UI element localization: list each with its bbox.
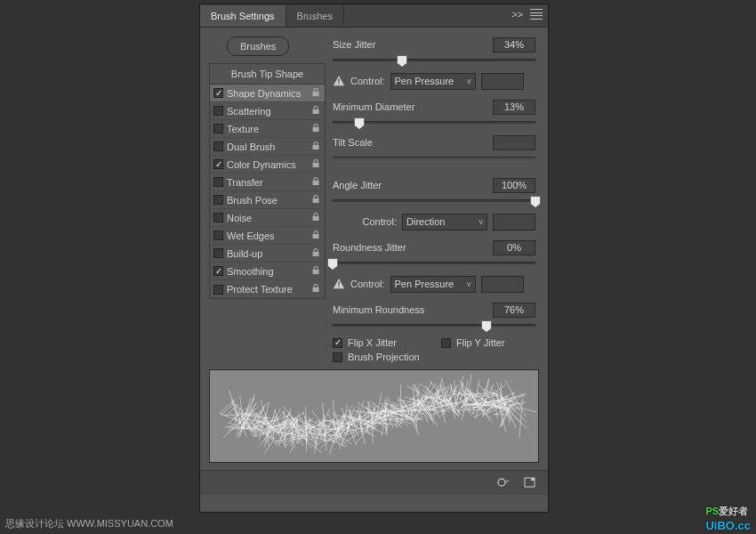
- option-label: Color Dynamics: [227, 159, 307, 170]
- brush-projection-checkbox[interactable]: Brush Projection: [333, 352, 535, 362]
- checkbox-icon: [333, 352, 342, 362]
- brush-tip-shape-header[interactable]: Brush Tip Shape: [210, 64, 325, 85]
- svg-rect-7: [313, 216, 319, 221]
- panel-tabs: Brush Settings Brushes >>: [200, 4, 548, 28]
- angle-control-dropdown[interactable]: Directionv: [402, 214, 487, 231]
- svg-rect-11: [313, 287, 319, 292]
- option-shape-dynamics[interactable]: Shape Dynamics: [210, 85, 325, 102]
- lock-icon[interactable]: [310, 266, 321, 277]
- option-label: Scattering: [227, 106, 307, 117]
- option-brush-pose[interactable]: Brush Pose: [210, 191, 325, 209]
- min-diameter-slider[interactable]: [333, 117, 535, 129]
- checkbox-icon[interactable]: [213, 248, 223, 258]
- min-diameter-value[interactable]: 13%: [493, 100, 535, 115]
- option-protect-texture[interactable]: Protect Texture: [210, 280, 325, 298]
- angle-control-value[interactable]: [493, 214, 535, 231]
- brush-projection-label: Brush Projection: [348, 352, 420, 362]
- brushes-button[interactable]: Brushes: [227, 36, 289, 56]
- lock-icon[interactable]: [310, 124, 321, 134]
- min-roundness-slider[interactable]: [333, 320, 535, 332]
- size-control-value[interactable]: [481, 73, 524, 90]
- option-label: Dual Brush: [227, 142, 307, 152]
- option-texture[interactable]: Texture: [210, 120, 325, 138]
- checkbox-icon[interactable]: [213, 285, 223, 295]
- lock-icon[interactable]: [310, 142, 321, 152]
- option-label: Texture: [227, 124, 307, 134]
- option-label: Brush Pose: [227, 195, 307, 206]
- lock-icon[interactable]: [310, 248, 321, 259]
- svg-rect-0: [313, 92, 319, 96]
- size-jitter-slider[interactable]: [333, 54, 535, 67]
- collapse-icon[interactable]: >>: [511, 9, 523, 20]
- option-build-up[interactable]: Build-up: [210, 245, 325, 263]
- lock-icon[interactable]: [310, 213, 321, 223]
- checkbox-icon[interactable]: [213, 266, 223, 276]
- svg-point-12: [498, 479, 505, 486]
- checkbox-icon[interactable]: [213, 195, 223, 205]
- panel-menu-icon[interactable]: [530, 9, 543, 20]
- option-color-dynamics[interactable]: Color Dynamics: [210, 156, 325, 174]
- flip-x-jitter-checkbox[interactable]: Flip X Jitter: [333, 337, 397, 348]
- lock-icon[interactable]: [310, 195, 321, 206]
- slider-thumb[interactable]: [481, 320, 492, 329]
- tab-brushes[interactable]: Brushes: [286, 5, 344, 27]
- control-label: Control:: [350, 279, 385, 289]
- size-control-dropdown[interactable]: Pen Pressurev: [390, 73, 476, 90]
- option-wet-edges[interactable]: Wet Edges: [210, 227, 325, 245]
- new-preset-icon[interactable]: [523, 475, 537, 491]
- checkbox-icon[interactable]: [213, 106, 223, 116]
- checkbox-icon[interactable]: [213, 177, 223, 187]
- roundness-jitter-slider[interactable]: [333, 257, 535, 270]
- slider-thumb[interactable]: [530, 196, 541, 205]
- lock-icon[interactable]: [310, 231, 321, 241]
- option-noise[interactable]: Noise: [210, 209, 325, 227]
- option-scattering[interactable]: Scattering: [210, 102, 325, 120]
- option-dual-brush[interactable]: Dual Brush: [210, 138, 325, 156]
- brush-options-list: Brush Tip Shape Shape DynamicsScattering…: [209, 63, 326, 299]
- slider-thumb[interactable]: [354, 117, 365, 126]
- checkbox-icon[interactable]: [213, 88, 223, 98]
- flip-y-jitter-checkbox[interactable]: Flip Y Jitter: [441, 337, 505, 348]
- svg-rect-1: [313, 109, 319, 114]
- checkbox-icon[interactable]: [213, 231, 223, 240]
- min-roundness-value[interactable]: 76%: [493, 303, 535, 318]
- size-jitter-value[interactable]: 34%: [493, 37, 535, 53]
- slider-thumb[interactable]: [327, 258, 338, 267]
- tilt-scale-value: [493, 135, 535, 150]
- checkbox-icon[interactable]: [213, 213, 223, 222]
- svg-rect-9: [313, 252, 319, 256]
- tilt-scale-label: Tilt Scale: [333, 137, 493, 148]
- checkbox-icon[interactable]: [213, 124, 223, 134]
- warning-icon: [333, 75, 345, 87]
- roundness-control-value[interactable]: [481, 276, 524, 293]
- flip-y-label: Flip Y Jitter: [456, 337, 505, 348]
- angle-jitter-slider[interactable]: [333, 195, 535, 207]
- brush-settings-panel: Brush Settings Brushes >> Brushes Brush …: [199, 4, 549, 513]
- slider-thumb[interactable]: [397, 55, 407, 64]
- lock-icon[interactable]: [310, 88, 321, 99]
- control-label: Control:: [350, 76, 385, 86]
- lock-icon[interactable]: [310, 284, 321, 295]
- option-label: Shape Dynamics: [227, 88, 307, 99]
- warning-icon: [333, 278, 345, 290]
- checkbox-icon[interactable]: [213, 159, 223, 169]
- lock-icon[interactable]: [310, 106, 321, 117]
- svg-rect-14: [531, 478, 535, 481]
- min-diameter-label: Minimum Diameter: [333, 101, 493, 112]
- option-label: Noise: [227, 213, 307, 223]
- lock-icon[interactable]: [310, 159, 321, 170]
- svg-rect-6: [313, 198, 319, 203]
- option-transfer[interactable]: Transfer: [210, 174, 325, 191]
- tab-brush-settings[interactable]: Brush Settings: [200, 5, 286, 27]
- checkbox-icon[interactable]: [213, 142, 223, 151]
- roundness-control-dropdown[interactable]: Pen Pressurev: [390, 276, 476, 293]
- lock-icon[interactable]: [310, 177, 321, 188]
- option-smoothing[interactable]: Smoothing: [210, 263, 325, 280]
- toggle-preview-icon[interactable]: [496, 475, 511, 491]
- svg-rect-8: [313, 234, 319, 239]
- min-roundness-label: Minimum Roundness: [333, 304, 493, 315]
- watermark-bottom-left: 思缘设计论坛 WWW.MISSYUAN.COM: [5, 517, 173, 530]
- angle-jitter-value[interactable]: 100%: [493, 178, 535, 193]
- svg-rect-2: [313, 127, 319, 132]
- roundness-jitter-value[interactable]: 0%: [493, 240, 535, 255]
